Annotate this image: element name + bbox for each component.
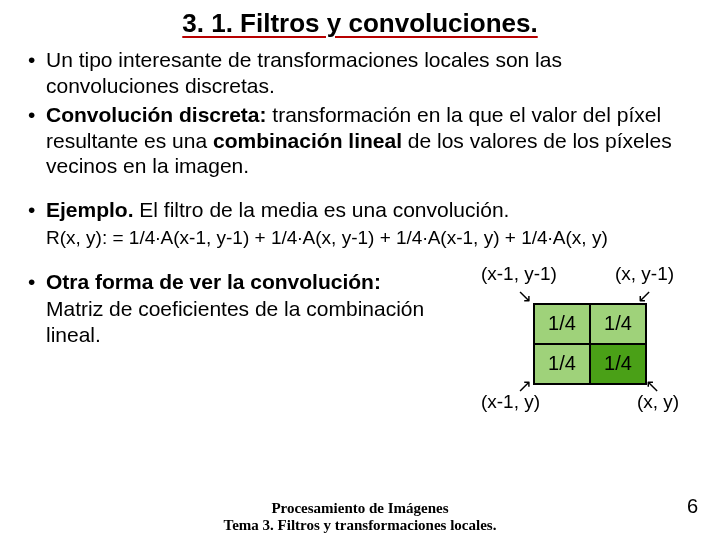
bullet-4-text: Matriz de coeficientes de la combinación… xyxy=(46,294,467,347)
bullet-3: Ejemplo. El filtro de la media es una co… xyxy=(28,197,698,223)
bullet-list: Un tipo interesante de transformaciones … xyxy=(22,47,698,179)
coord-bottom-right: (x, y) xyxy=(637,391,679,413)
bullet-list-2: Ejemplo. El filtro de la media es una co… xyxy=(22,197,698,223)
bullet-list-3: Otra forma de ver la convolución: Matriz… xyxy=(22,269,467,348)
slide-title: 3. 1. Filtros y convoluciones. xyxy=(22,8,698,39)
bullet-2-bold: Convolución discreta: xyxy=(46,103,267,126)
coef-grid: 1/4 1/4 1/4 1/4 xyxy=(533,303,647,385)
coord-top-left: (x-1, y-1) xyxy=(481,263,557,285)
footer-line-2: Tema 3. Filtros y transformaciones local… xyxy=(0,517,720,534)
arrow-tl-icon: ↘ xyxy=(517,287,532,305)
bullet-4: Otra forma de ver la convolución: Matriz… xyxy=(28,269,467,348)
cell-10: 1/4 xyxy=(534,344,590,384)
left-text-block: Otra forma de ver la convolución: Matriz… xyxy=(22,269,477,352)
bullet-2: Convolución discreta: transformación en … xyxy=(28,102,698,179)
footer: Procesamiento de Imágenes Tema 3. Filtro… xyxy=(0,500,720,534)
row-matrix: Otra forma de ver la convolución: Matriz… xyxy=(22,269,698,352)
cell-00: 1/4 xyxy=(534,304,590,344)
formula: R(x, y): = 1/4·A(x-1, y-1) + 1/4·A(x, y-… xyxy=(46,227,698,249)
bullet-3-bold: Ejemplo. xyxy=(46,198,134,221)
bullet-1: Un tipo interesante de transformaciones … xyxy=(28,47,698,98)
cell-11: 1/4 xyxy=(590,344,646,384)
coord-top-right: (x, y-1) xyxy=(615,263,674,285)
slide: 3. 1. Filtros y convoluciones. Un tipo i… xyxy=(0,0,720,540)
spacer xyxy=(22,183,698,197)
bullet-3-text: El filtro de la media es una convolución… xyxy=(134,198,510,221)
footer-line-1: Procesamiento de Imágenes xyxy=(271,500,448,516)
bullet-1-text: Un tipo interesante de transformaciones … xyxy=(46,48,562,97)
bullet-2-bold2: combinación lineal xyxy=(213,129,402,152)
page-number: 6 xyxy=(687,495,698,518)
cell-01: 1/4 xyxy=(590,304,646,344)
bullet-4-bold: Otra forma de ver la convolución: xyxy=(46,270,381,293)
coord-bottom-left: (x-1, y) xyxy=(481,391,540,413)
